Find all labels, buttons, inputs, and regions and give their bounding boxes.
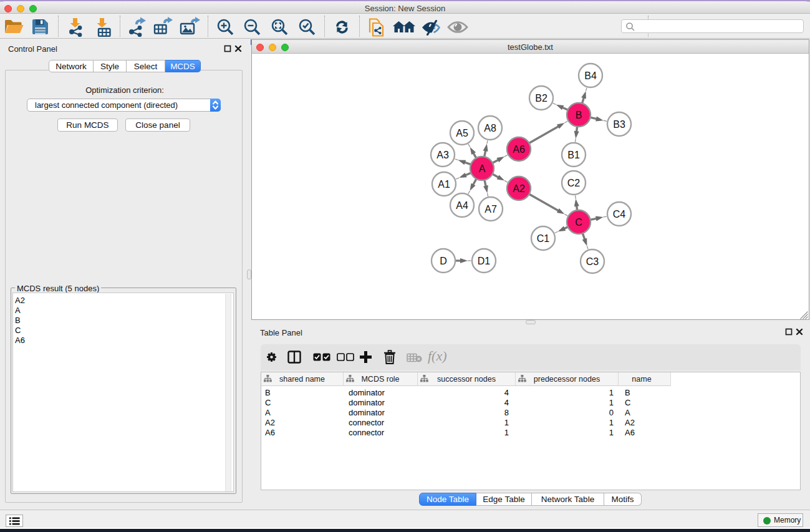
svg-text:A1: A1	[438, 179, 450, 190]
svg-text:A6: A6	[513, 144, 525, 155]
svg-text:C4: C4	[613, 209, 626, 220]
svg-text:B2: B2	[535, 93, 547, 104]
svg-text:C1: C1	[537, 233, 550, 244]
svg-text:C2: C2	[567, 178, 581, 188]
svg-text:A7: A7	[485, 204, 497, 215]
svg-text:B3: B3	[613, 119, 625, 130]
svg-text:A4: A4	[456, 200, 468, 211]
svg-text:A3: A3	[436, 150, 449, 160]
svg-text:A2: A2	[513, 183, 525, 194]
svg-text:D1: D1	[478, 256, 491, 266]
svg-text:A5: A5	[456, 128, 468, 138]
svg-text:C3: C3	[586, 256, 599, 267]
svg-text:A8: A8	[484, 123, 496, 133]
svg-text:C: C	[575, 217, 582, 228]
svg-text:D: D	[440, 256, 447, 266]
svg-text:B: B	[576, 110, 582, 120]
svg-text:B1: B1	[567, 150, 580, 160]
svg-text:A: A	[479, 163, 486, 174]
svg-text:B4: B4	[584, 70, 597, 81]
